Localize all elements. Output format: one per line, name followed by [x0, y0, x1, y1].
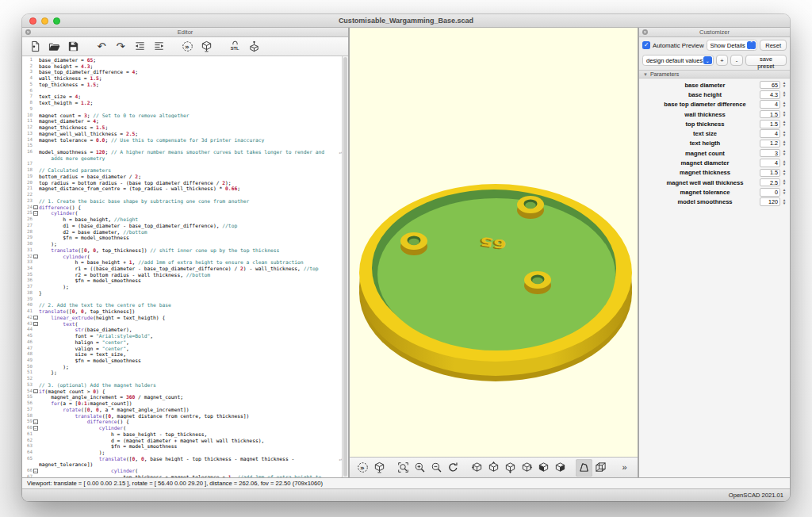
code-line: 49 $fn = model_smoothness [22, 358, 342, 364]
code-line: 62 d = (magnet_diameter + magnet_well_wa… [22, 438, 342, 444]
automatic-preview-checkbox[interactable]: ✓ [642, 41, 650, 49]
view-orthogonal-button[interactable] [592, 459, 609, 477]
parameter-value-input[interactable] [760, 197, 780, 206]
parameter-value-input[interactable] [760, 188, 780, 197]
fold-column [33, 137, 39, 144]
spinner-arrows-icon[interactable]: ▲▼ [781, 131, 787, 137]
spinner-arrows-icon[interactable]: ▲▼ [781, 121, 787, 127]
fold-marker-icon[interactable]: – [33, 426, 38, 431]
reset-view-button[interactable] [445, 459, 462, 477]
spinner-arrows-icon[interactable]: ▲▼ [781, 82, 787, 88]
view-top-button[interactable] [485, 459, 502, 477]
view-right-button[interactable] [469, 459, 485, 477]
parameter-value-input[interactable] [760, 169, 780, 178]
preview-button[interactable]: » [354, 459, 371, 477]
render-button[interactable] [371, 459, 388, 477]
parameter-value-input[interactable] [760, 81, 780, 90]
code-text: r1 = ((base_diameter - base_top_diameter… [39, 266, 342, 272]
zoom-all-button[interactable] [395, 459, 412, 477]
save-preset-button[interactable]: save preset [745, 55, 787, 66]
spinner-arrows-icon[interactable]: ▲▼ [781, 101, 787, 108]
close-customizer-icon[interactable] [642, 29, 649, 36]
fold-marker-icon[interactable]: – [33, 389, 38, 394]
spinner-arrows-icon[interactable]: ▲▼ [781, 160, 787, 167]
details-dropdown[interactable]: Show Details ⌃⌃ [707, 40, 758, 51]
line-number: 34 [22, 266, 33, 272]
open-file-button[interactable] [44, 38, 63, 56]
view-perspective-button[interactable] [576, 459, 592, 477]
export-stl-button[interactable]: STL [225, 38, 244, 56]
redo-button[interactable]: ↷ [111, 38, 130, 56]
preset-dropdown[interactable]: design default values ⌃ [642, 55, 714, 66]
parameter-value-input[interactable] [760, 178, 780, 187]
render-button[interactable] [197, 38, 216, 56]
view-back-button[interactable] [552, 459, 569, 477]
line-number: 60 [22, 425, 33, 431]
editor-scrollbar-thumb[interactable] [343, 57, 347, 477]
editor-scrollbar[interactable] [342, 56, 348, 477]
main-area: Editor ↶↷»STL 1base_diameter = 65;2base_… [22, 28, 790, 477]
print-3d-button[interactable] [244, 38, 263, 56]
view-left-button[interactable] [519, 459, 535, 477]
parameter-value-input[interactable] [760, 159, 780, 167]
viewport-statusbar: Viewport: translate = [ 0.00 0.00 2.15 ]… [22, 477, 790, 488]
parameters-section-header[interactable]: ▼ Parameters [639, 70, 790, 79]
code-text: magnet_thickness = 1.5; [39, 124, 342, 131]
viewport-canvas[interactable]: 65 65 [350, 28, 638, 457]
parameter-value-input[interactable] [760, 129, 780, 138]
indent-button[interactable] [149, 38, 168, 56]
spinner-arrows-icon[interactable]: ▲▼ [781, 189, 787, 195]
fold-marker-icon[interactable]: – [33, 316, 38, 320]
spinner-arrows-icon[interactable]: ▲▼ [781, 150, 787, 156]
new-file-button[interactable] [25, 38, 44, 56]
unindent-button[interactable] [130, 38, 149, 56]
zoom-out-button[interactable] [428, 459, 445, 477]
window-titlebar[interactable]: Customisable_Wargamming_Base.scad [22, 14, 790, 28]
spinner-arrows-icon[interactable]: ▲▼ [781, 199, 787, 205]
spinner-arrows-icon[interactable]: ▲▼ [781, 111, 787, 117]
print-3d-icon [248, 40, 260, 52]
spinner-arrows-icon[interactable]: ▲▼ [781, 170, 787, 176]
parameter-value-input[interactable] [760, 140, 780, 148]
spinner-arrows-icon[interactable]: ▲▼ [781, 179, 787, 186]
code-text: ); [39, 241, 342, 247]
code-text: magnet_tolerance = 0.0; // Use this to c… [39, 137, 342, 144]
fold-marker-icon[interactable]: – [33, 205, 38, 210]
fold-column [33, 198, 39, 205]
spinner-arrows-icon[interactable]: ▲▼ [781, 140, 787, 147]
zoom-in-button[interactable] [412, 459, 428, 477]
line-number: 37 [22, 284, 33, 290]
code-line-wrap: adds more geometry [22, 155, 342, 162]
reset-button[interactable]: Reset [760, 40, 787, 51]
fold-marker-icon[interactable]: – [33, 419, 38, 424]
close-editor-icon[interactable] [25, 29, 32, 36]
code-editor[interactable]: 1base_diameter = 65;2base_height = 4.3;3… [22, 56, 348, 477]
parameter-value-input[interactable] [760, 90, 780, 99]
fold-marker-icon[interactable]: – [33, 255, 38, 259]
parameter-value-input[interactable] [760, 110, 780, 119]
code-text: translate([0, 0, top_thickness]) [39, 308, 342, 315]
parameter-value-input[interactable] [760, 100, 780, 109]
view-front-button[interactable] [535, 459, 552, 477]
line-number: 64 [22, 450, 33, 456]
fold-column [33, 143, 39, 149]
fold-marker-icon[interactable]: – [33, 469, 38, 473]
code-text: d2 = base_diameter, //bottom [39, 229, 342, 236]
remove-preset-button[interactable]: - [730, 55, 743, 66]
view-bottom-button[interactable] [502, 459, 519, 477]
preview-button[interactable]: » [178, 38, 197, 56]
code-line: 36 $fn = model_smoothness [22, 278, 342, 284]
save-file-button[interactable] [63, 38, 82, 56]
add-preset-button[interactable]: + [716, 55, 729, 66]
parameter-value-input[interactable] [760, 149, 780, 158]
parameter-value-input[interactable] [760, 120, 780, 128]
undo-button[interactable]: ↶ [92, 38, 111, 56]
code-text: top_thickness = 1.5; [39, 82, 342, 88]
code-line: 57 rotate([0, 0, a * magnet_angle_increm… [22, 407, 342, 413]
fold-column [33, 113, 39, 119]
fold-column [33, 88, 39, 94]
more-button[interactable]: » [616, 459, 633, 477]
fold-marker-icon[interactable]: – [33, 322, 38, 327]
spinner-arrows-icon[interactable]: ▲▼ [781, 91, 787, 98]
fold-marker-icon[interactable]: – [33, 211, 38, 216]
